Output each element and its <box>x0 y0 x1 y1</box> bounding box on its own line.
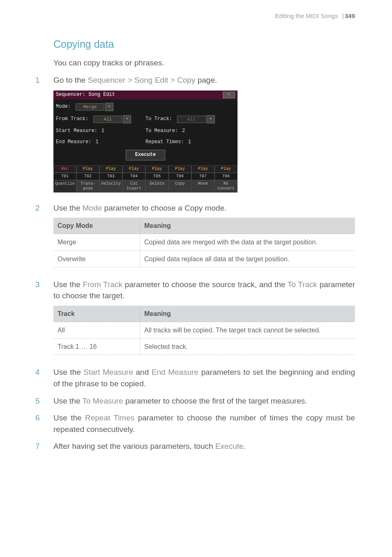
param-to-track: To Track <box>288 280 317 289</box>
copy-mode-table: Copy Mode Meaning Merge Copied data are … <box>53 218 355 267</box>
shot-body: Mode: Merge ▾ From Track: <box>53 100 238 165</box>
cell-mode-name: Merge <box>53 234 140 251</box>
device-screenshot: Sequencer: Song Edit ▾ Mode: Merge ▾ <box>53 91 238 193</box>
table-row: All All tracks will be copied. The targe… <box>53 322 355 339</box>
tab-copy[interactable]: Copy <box>168 180 191 193</box>
running-header: Editing the MIDI Songs |349 <box>37 12 355 19</box>
table-header-row: Track Meaning <box>53 306 355 322</box>
step-1: Go to the Sequencer > Song Edit > Copy p… <box>53 74 355 193</box>
step-6: Use the Repeat Times parameter to choose… <box>53 412 355 435</box>
running-header-sep: | <box>342 12 344 19</box>
step-7: After having set the various parameters,… <box>53 441 355 452</box>
track-status[interactable]: Play <box>191 165 214 173</box>
end-measure-value[interactable]: 1 <box>95 139 98 146</box>
track-id[interactable]: T02 <box>76 173 99 180</box>
from-track-value: All <box>93 116 122 123</box>
param-from-track: From Track <box>83 280 122 289</box>
param-execute: Execute <box>215 442 244 450</box>
chevron-down-icon[interactable]: ▾ <box>207 115 215 123</box>
from-track-label: From Track: <box>56 116 88 123</box>
to-measure-value[interactable]: 2 <box>182 128 185 135</box>
tab-velocity[interactable]: Velocity <box>99 180 122 193</box>
tabs-row: Quantize Trans- pose Velocity Cut Insert… <box>53 180 238 193</box>
execute-button[interactable]: Execute <box>126 150 165 160</box>
table-row: Overwrite Copied data replace all data a… <box>53 251 355 267</box>
tab-rx-convert[interactable]: RX Convert <box>214 180 238 193</box>
end-measure-label: End Measure: <box>56 139 91 146</box>
track-status[interactable]: Play <box>214 165 238 173</box>
th-meaning: Meaning <box>140 306 355 322</box>
mode-select[interactable]: Merge ▾ <box>76 103 113 111</box>
cell-mode-name: Overwrite <box>53 251 140 267</box>
param-nav-path: Sequencer > Song Edit > Copy <box>88 76 195 84</box>
track-status[interactable]: Play <box>122 165 145 173</box>
mode-label: Mode: <box>56 103 71 110</box>
cell-track-meaning: Selected track. <box>140 339 355 355</box>
step-4: Use the Start Measure and End Measure pa… <box>53 367 355 389</box>
tab-transpose[interactable]: Trans- pose <box>76 180 99 193</box>
step-5: Use the To Measure parameter to choose t… <box>53 395 355 407</box>
to-track-value: All <box>177 116 206 123</box>
th-meaning: Meaning <box>140 218 355 234</box>
track-id[interactable]: T07 <box>191 173 214 180</box>
param-end-measure: End Measure <box>152 368 198 376</box>
chevron-down-icon[interactable]: ▾ <box>123 115 131 123</box>
to-track-select[interactable]: All ▾ <box>177 115 215 123</box>
steps-list: Go to the Sequencer > Song Edit > Copy p… <box>53 74 355 452</box>
page-number: 349 <box>345 12 355 19</box>
table-row: Track 1 … 16 Selected track. <box>53 339 355 355</box>
menu-icon[interactable]: ▾ <box>223 92 235 98</box>
param-mode: Mode <box>83 204 102 212</box>
running-header-section: Editing the MIDI Songs <box>275 12 338 19</box>
tab-delete[interactable]: Delete <box>145 180 168 193</box>
track-id[interactable]: T05 <box>145 173 168 180</box>
tab-move[interactable]: Move <box>191 180 214 193</box>
track-id[interactable]: T06 <box>168 173 191 180</box>
track-status[interactable]: Play <box>76 165 99 173</box>
section-title: Copying data <box>53 38 355 50</box>
track-table: Track Meaning All All tracks will be cop… <box>53 306 355 355</box>
tab-quantize[interactable]: Quantize <box>53 180 76 193</box>
start-measure-value[interactable]: 1 <box>101 128 104 135</box>
cell-track-name: Track 1 … 16 <box>53 339 140 355</box>
track-id[interactable]: T01 <box>53 173 76 180</box>
cell-mode-meaning: Copied data are merged with the data at … <box>140 234 355 251</box>
track-status[interactable]: Play <box>99 165 122 173</box>
page: Editing the MIDI Songs |349 Copying data… <box>0 0 392 557</box>
track-id[interactable]: T08 <box>214 173 238 180</box>
shot-titlebar: Sequencer: Song Edit ▾ <box>53 91 238 99</box>
to-measure-label: To Measure: <box>145 128 178 135</box>
cell-track-name: All <box>53 322 140 339</box>
step-3: Use the From Track parameter to choose t… <box>53 279 355 355</box>
step-2: Use the Mode parameter to choose a Copy … <box>53 202 355 267</box>
execute-row: Execute <box>56 150 235 160</box>
track-status[interactable]: Rec <box>53 165 76 173</box>
th-copy-mode: Copy Mode <box>53 218 140 234</box>
cell-track-meaning: All tracks will be copied. The target tr… <box>140 322 355 339</box>
intro-text: You can copy tracks or phrases. <box>53 58 355 69</box>
param-to-measure: To Measure <box>82 397 123 405</box>
track-id[interactable]: T03 <box>99 173 122 180</box>
track-status-row: Rec Play Play Play Play Play Play Play <box>53 165 238 173</box>
repeat-times-label: Repeat Times: <box>145 139 184 146</box>
table-header-row: Copy Mode Meaning <box>53 218 355 234</box>
param-repeat-times: Repeat Times <box>85 413 134 422</box>
start-measure-label: Start Measure: <box>56 128 97 135</box>
param-start-measure: Start Measure <box>83 368 133 376</box>
track-id-row: T01 T02 T03 T04 T05 T06 T07 T08 <box>53 173 238 180</box>
content-block: Copying data You can copy tracks or phra… <box>53 38 355 452</box>
track-status[interactable]: Play <box>168 165 191 173</box>
cell-mode-meaning: Copied data replace all data at the targ… <box>140 251 355 267</box>
shot-title: Sequencer: Song Edit <box>56 91 115 98</box>
repeat-times-value[interactable]: 1 <box>188 139 191 146</box>
track-id[interactable]: T04 <box>122 173 145 180</box>
th-track: Track <box>53 306 140 322</box>
track-status[interactable]: Play <box>145 165 168 173</box>
table-row: Merge Copied data are merged with the da… <box>53 234 355 251</box>
mode-value: Merge <box>76 103 104 111</box>
from-track-select[interactable]: All ▾ <box>93 115 131 123</box>
to-track-label: To Track: <box>145 116 172 123</box>
tab-cut-insert[interactable]: Cut Insert <box>122 180 145 193</box>
chevron-down-icon[interactable]: ▾ <box>105 103 113 111</box>
